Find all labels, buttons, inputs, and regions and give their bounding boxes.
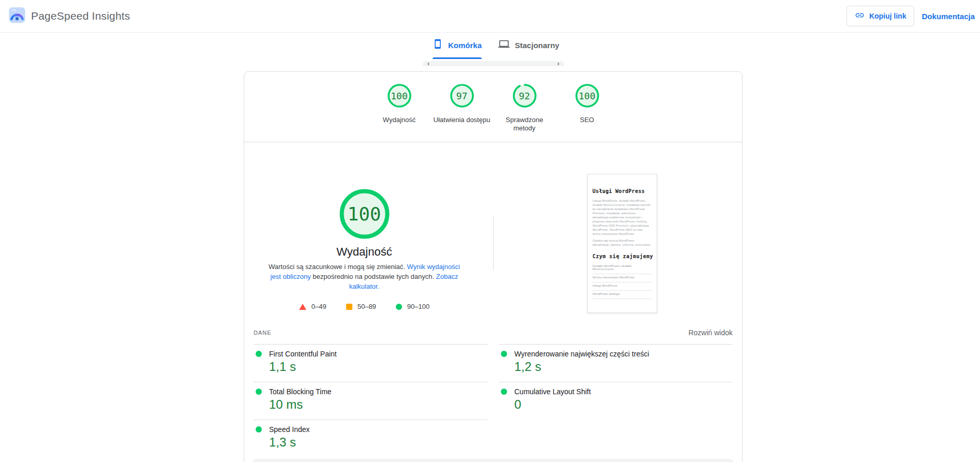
tab-mobile-label: Komórka xyxy=(448,41,482,50)
score-value: 97 xyxy=(450,83,474,108)
legend-item-average: 50–89 xyxy=(346,303,376,310)
gauge-desc-text: Wartości są szacunkowe i mogą się zmieni… xyxy=(269,263,407,271)
documentation-link[interactable]: Dokumentacja xyxy=(922,12,975,21)
carousel-next-icon[interactable]: › xyxy=(557,61,559,66)
category-label: Wydajność xyxy=(383,116,415,124)
app-title: PageSpeed Insights xyxy=(31,10,130,22)
tab-mobile[interactable]: Komórka xyxy=(424,33,490,59)
gauge-description: Wartości są szacunkowe i mogą się zmieni… xyxy=(263,262,466,291)
category-accessibility[interactable]: 97 Ułatwienia dostępu xyxy=(430,83,493,142)
thumbnail-link: WordPress obsługa xyxy=(592,291,652,299)
report-card: 100 Wydajność 97 Ułatwienia dostępu xyxy=(244,71,743,462)
link-icon xyxy=(855,10,865,22)
category-seo[interactable]: 100 SEO xyxy=(556,83,618,142)
metric-name: First Contentful Paint xyxy=(269,350,337,358)
thumbnail-link-list: Dodatki WordPress i dodatki WooCommerce … xyxy=(592,263,652,299)
thumbnail-link: Dodatki WordPress i dodatki WooCommerce xyxy=(592,263,652,274)
metrics-column-left: First Contentful Paint 1,1 s Total Block… xyxy=(254,344,487,457)
metrics-columns: First Contentful Paint 1,1 s Total Block… xyxy=(254,344,733,457)
metric-status-icon xyxy=(501,389,507,395)
legend-range: 90–100 xyxy=(407,303,429,310)
category-label: Sprawdzone metody xyxy=(504,116,545,132)
thumbnail-paragraph: Opieka nad stroną WordPress: aktualizacj… xyxy=(592,239,652,247)
metrics-column-right: Wyrenderowanie największej części treści… xyxy=(499,344,733,457)
metric-name: Speed Index xyxy=(269,425,310,434)
score-ring: 92 xyxy=(512,83,537,108)
score-ring: 97 xyxy=(450,83,474,108)
legend-range: 50–89 xyxy=(358,303,376,310)
performance-gauge: 100 xyxy=(339,189,390,239)
metric-speed-index: Speed Index 1,3 s xyxy=(254,420,487,457)
score-ring: 100 xyxy=(575,83,600,108)
metric-name: Cumulative Layout Shift xyxy=(514,388,591,396)
metric-lcp: Wyrenderowanie największej części treści… xyxy=(499,344,733,382)
metric-status-icon xyxy=(256,426,262,433)
metric-status-icon xyxy=(501,351,507,357)
category-scores-row: 100 Wydajność 97 Ułatwienia dostępu xyxy=(244,72,742,142)
gauge-thumbnail-divider xyxy=(493,216,494,271)
category-label: SEO xyxy=(580,116,594,124)
thumbnail-heading: Usługi WordPress xyxy=(592,188,652,194)
home-link[interactable]: PageSpeed Insights xyxy=(8,6,130,26)
smartphone-icon xyxy=(433,39,443,51)
score-value: 92 xyxy=(512,83,537,108)
thumbnail-link: Strony internetowe WordPress xyxy=(592,274,652,282)
header-actions: Kopiuj link Dokumentacja xyxy=(847,6,975,26)
legend-item-pass: 90–100 xyxy=(396,303,429,310)
score-ring: 100 xyxy=(387,83,412,108)
score-value: 100 xyxy=(575,83,600,108)
category-performance[interactable]: 100 Wydajność xyxy=(368,83,430,142)
metrics-section: DANE Rozwiń widok First Contentful Paint… xyxy=(244,329,742,457)
copy-link-button[interactable]: Kopiuj link xyxy=(847,6,915,26)
metric-value: 10 ms xyxy=(269,397,487,412)
score-value: 100 xyxy=(387,83,412,108)
metric-status-icon xyxy=(256,351,262,357)
category-best-practices[interactable]: 92 Sprawdzone metody xyxy=(493,83,556,142)
average-square-icon xyxy=(346,304,352,310)
metric-cls: Cumulative Layout Shift 0 xyxy=(499,382,733,420)
carousel-prev-icon[interactable]: ‹ xyxy=(427,61,429,66)
metric-name: Total Blocking Time xyxy=(269,388,332,396)
pagespeed-logo-icon xyxy=(8,6,26,26)
metrics-header: DANE Rozwiń widok xyxy=(254,329,733,337)
copy-link-label: Kopiuj link xyxy=(869,12,907,20)
metric-value: 1,1 s xyxy=(269,360,487,374)
metric-value: 1,2 s xyxy=(514,360,733,374)
category-label: Ułatwienia dostępu xyxy=(434,116,491,124)
active-tab-underline xyxy=(433,57,482,59)
metric-tbt: Total Blocking Time 10 ms xyxy=(254,382,487,420)
tab-desktop-label: Stacjonarny xyxy=(515,41,559,50)
url-carousel-strip: ‹ › xyxy=(423,61,564,66)
metrics-section-label: DANE xyxy=(254,330,272,336)
legend-item-fail: 0–49 xyxy=(299,303,326,310)
page-screenshot-thumbnail: Usługi WordPress Usługi WordPress: dodat… xyxy=(587,174,657,313)
device-tabs: Komórka Stacjonarny xyxy=(424,33,568,59)
fail-triangle-icon xyxy=(299,304,306,310)
pass-circle-icon xyxy=(396,304,402,310)
performance-gauge-section: 100 Wydajność Wartości są szacunkowe i m… xyxy=(244,142,484,310)
metric-value: 1,3 s xyxy=(269,435,487,450)
metric-status-icon xyxy=(256,389,262,395)
score-legend: 0–49 50–89 90–100 xyxy=(244,303,484,310)
gauge-desc-text: bezpośrednio na podstawie tych danych. xyxy=(311,273,436,280)
next-section-strip xyxy=(253,459,734,462)
thumbnail-paragraph: Usługi WordPress: dodatki WordPress, dod… xyxy=(592,199,652,236)
performance-score-value: 100 xyxy=(339,189,390,239)
laptop-icon xyxy=(498,38,510,52)
metric-fcp: First Contentful Paint 1,1 s xyxy=(254,344,487,382)
tab-desktop[interactable]: Stacjonarny xyxy=(490,33,568,59)
gauge-title: Wydajność xyxy=(244,245,484,259)
expand-view-link[interactable]: Rozwiń widok xyxy=(688,329,733,337)
app-header: PageSpeed Insights Kopiuj link Dokumenta… xyxy=(0,0,980,33)
legend-range: 0–49 xyxy=(311,303,326,310)
metric-name: Wyrenderowanie największej części treści xyxy=(514,350,649,358)
pagespeed-insights-page: PageSpeed Insights Kopiuj link Dokumenta… xyxy=(0,0,980,462)
thumbnail-heading: Czym się zajmujemy xyxy=(592,254,652,259)
thumbnail-link: Usługi WordPress xyxy=(592,282,652,291)
metric-value: 0 xyxy=(514,397,733,412)
